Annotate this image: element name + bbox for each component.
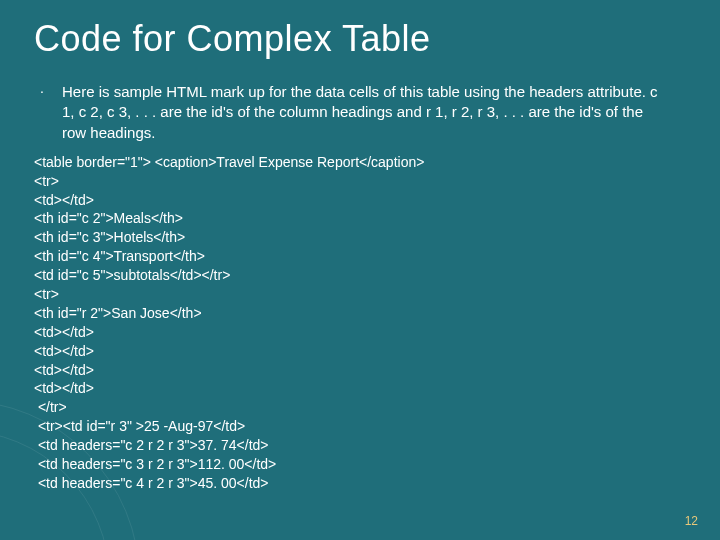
- bullet-marker: ·: [34, 82, 62, 143]
- bullet-item: · Here is sample HTML mark up for the da…: [34, 82, 686, 143]
- page-number: 12: [685, 514, 698, 528]
- code-block: <table border="1"> <caption>Travel Expen…: [34, 153, 686, 493]
- slide-title: Code for Complex Table: [34, 18, 686, 60]
- slide-content: Code for Complex Table · Here is sample …: [0, 0, 720, 493]
- bullet-text: Here is sample HTML mark up for the data…: [62, 82, 686, 143]
